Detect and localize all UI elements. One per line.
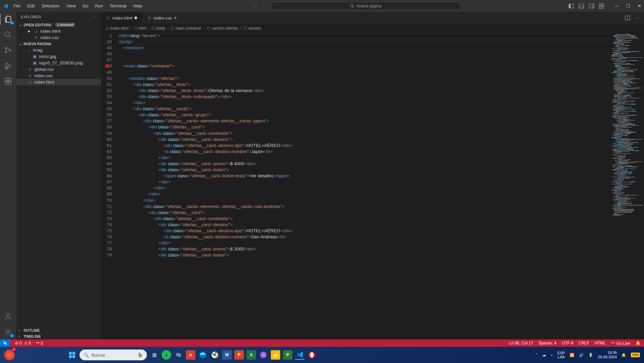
editor-tab[interactable]: #index.css× xyxy=(142,12,182,24)
opera-icon[interactable] xyxy=(307,350,317,360)
taskbar-weather-icon[interactable]: 1 xyxy=(4,350,15,360)
nav-back-icon[interactable]: ← xyxy=(253,3,258,8)
start-button[interactable] xyxy=(67,350,77,360)
source-control-icon[interactable] xyxy=(4,46,12,54)
file-item[interactable]: #index.css xyxy=(16,72,101,79)
svg-point-14 xyxy=(5,48,7,49)
search-panel-icon[interactable] xyxy=(4,31,12,39)
settings-gear-icon[interactable]: 1 xyxy=(4,328,12,336)
onedrive-icon[interactable]: ☁ xyxy=(542,353,546,357)
breadcrumb-item[interactable]: ◇ index.html xyxy=(106,26,129,31)
menu-file[interactable]: File xyxy=(11,2,23,10)
minimize-button[interactable]: — xyxy=(614,3,619,8)
breadcrumb-item[interactable]: ⬡ section xyxy=(244,26,261,31)
menu-edit[interactable]: Edit xyxy=(25,2,37,10)
menu-run[interactable]: Run xyxy=(92,2,106,10)
open-editor-item[interactable]: ●◇index.html xyxy=(16,28,101,34)
layout-sidebar-left-icon[interactable] xyxy=(569,3,574,9)
status-encoding[interactable]: UTF-8 xyxy=(562,341,573,346)
svg-rect-18 xyxy=(5,78,8,81)
run-debug-icon[interactable] xyxy=(4,62,12,70)
menu-go[interactable]: Go xyxy=(80,2,91,10)
svg-rect-7 xyxy=(592,4,594,8)
outline-header[interactable]: ›OUTLINE xyxy=(16,327,101,333)
vscode-taskbar-icon[interactable] xyxy=(295,350,304,360)
svg-point-39 xyxy=(310,352,314,358)
tray-app-icon[interactable]: ● xyxy=(551,353,553,357)
editor-tab[interactable]: ◇index.html xyxy=(101,12,142,24)
workspace-header[interactable]: ⌄ NUEVA PAGINA xyxy=(16,41,101,47)
microsoft-store-icon[interactable]: 🛍 xyxy=(174,350,183,360)
file-item[interactable]: ▣logo5_27_203630.png xyxy=(16,60,101,66)
status-spaces[interactable]: Spaces: 4 xyxy=(539,341,556,346)
notification-bell-icon[interactable]: 🔔 xyxy=(621,353,626,357)
tray-extra-icon[interactable]: PRE xyxy=(631,353,640,357)
file-item[interactable]: #global.css xyxy=(16,66,101,72)
split-editor-icon[interactable] xyxy=(625,15,630,21)
explorer-icon[interactable]: 1 xyxy=(4,15,12,23)
search-icon xyxy=(350,4,354,8)
explorer-more-icon[interactable]: ⋯ xyxy=(93,14,96,19)
vscode-icon xyxy=(3,3,11,9)
breadcrumb-item[interactable]: ⬡ body xyxy=(152,26,165,31)
breadcrumb-item[interactable]: ⬡ html xyxy=(134,26,147,31)
svg-rect-9 xyxy=(602,4,604,6)
status-cursor[interactable]: Ln 88, Col 17 xyxy=(509,341,533,346)
line-gutter[interactable]: 2194546474849505152535455565758596061626… xyxy=(101,33,118,339)
menu-selection[interactable]: Selection xyxy=(39,2,62,10)
excel-icon[interactable]: X xyxy=(247,350,256,360)
breadcrumb-item[interactable]: ⬡ main.container xyxy=(170,26,202,31)
status-ports[interactable]: 0 xyxy=(36,341,43,346)
task-view-icon[interactable]: ⊞ xyxy=(150,350,159,360)
clock[interactable]: 18:3526-09-2024 xyxy=(598,351,617,359)
editor-tabs: ◇index.html#index.css×⋯ xyxy=(101,12,644,24)
layout-sidebar-right-icon[interactable] xyxy=(589,3,594,9)
close-button[interactable]: ✕ xyxy=(638,3,641,8)
spotify-icon[interactable]: ♪ xyxy=(162,350,171,360)
battery-icon[interactable]: 🔋 xyxy=(588,353,593,357)
svg-rect-6 xyxy=(589,4,594,8)
breadcrumb[interactable]: ◇ index.html›⬡ html›⬡ body›⬡ main.contai… xyxy=(101,24,644,33)
extensions-icon[interactable] xyxy=(4,77,12,85)
taskbar-search[interactable]: 🔍 Buscar 🦆 xyxy=(79,350,147,360)
word-icon[interactable]: W xyxy=(222,350,232,360)
folder-imag[interactable]: ⌄ imag xyxy=(16,47,101,53)
powerpoint-icon[interactable]: P xyxy=(234,350,244,360)
file-item[interactable]: ▣inicio.jpg xyxy=(16,53,101,60)
tray-chevron-icon[interactable]: ˄ xyxy=(536,353,538,357)
accounts-icon[interactable] xyxy=(4,312,12,321)
edge-icon[interactable] xyxy=(198,350,207,360)
project-icon[interactable]: P xyxy=(283,350,292,360)
menu-help[interactable]: Help xyxy=(130,2,145,10)
status-golive[interactable]: Go Live xyxy=(611,341,630,346)
open-editor-item[interactable]: #index.css xyxy=(16,34,101,41)
svg-point-23 xyxy=(7,331,9,333)
remote-indicator[interactable] xyxy=(0,339,10,347)
copilot-icon[interactable] xyxy=(259,350,268,360)
status-bell-icon[interactable]: 🔔 xyxy=(636,341,641,346)
volume-icon[interactable]: 🔊 xyxy=(579,353,584,357)
menu-terminal[interactable]: Terminal xyxy=(107,2,129,10)
code-editor[interactable]: <html lang="es-mx"><body> </section> <ma… xyxy=(118,33,610,339)
file-item[interactable]: ◇index.html xyxy=(16,79,101,85)
maximize-button[interactable]: ❐ xyxy=(626,3,630,8)
timeline-header[interactable]: ›TIMELINE xyxy=(16,333,101,339)
status-language[interactable]: HTML xyxy=(595,341,606,346)
wifi-icon[interactable]: 📶 xyxy=(570,353,574,357)
status-eol[interactable]: CRLF xyxy=(579,341,589,346)
acrobat-icon[interactable]: A xyxy=(186,350,195,360)
file-explorer-icon[interactable]: 📁 xyxy=(271,350,280,360)
minimap[interactable] xyxy=(610,33,644,339)
command-center[interactable]: Nueva pagina xyxy=(271,2,460,10)
layout-panel-icon[interactable] xyxy=(579,3,584,9)
nav-forward-icon[interactable]: → xyxy=(262,3,267,8)
breadcrumb-item[interactable]: ⬡ section.ofertas xyxy=(207,26,238,31)
status-errors[interactable]: ⊘ 0 ⚠ 0 xyxy=(15,341,31,345)
more-actions-icon[interactable]: ⋯ xyxy=(635,16,639,21)
chrome-icon[interactable] xyxy=(210,350,220,360)
status-bar: ⊘ 0 ⚠ 0 0 Ln 88, Col 17 Spaces: 4 UTF-8 … xyxy=(0,339,644,347)
language-indicator[interactable]: ESPLAA xyxy=(557,351,565,359)
menu-view[interactable]: View xyxy=(64,2,78,10)
open-editors-header[interactable]: ⌄ OPEN EDITORS 1 unsaved xyxy=(16,22,101,28)
layout-customize-icon[interactable] xyxy=(599,3,604,9)
